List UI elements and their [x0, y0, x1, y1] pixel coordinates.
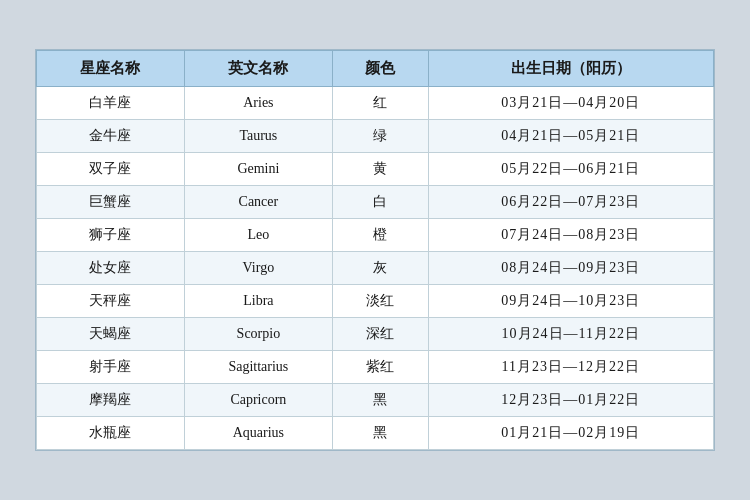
header-date: 出生日期（阳历）: [428, 51, 713, 87]
header-color: 颜色: [332, 51, 428, 87]
cell-english-name: Sagittarius: [184, 351, 332, 384]
cell-english-name: Aquarius: [184, 417, 332, 450]
cell-english-name: Scorpio: [184, 318, 332, 351]
table-row: 处女座Virgo灰08月24日—09月23日: [37, 252, 714, 285]
cell-chinese-name: 白羊座: [37, 87, 185, 120]
cell-color: 紫红: [332, 351, 428, 384]
cell-date: 11月23日—12月22日: [428, 351, 713, 384]
cell-english-name: Gemini: [184, 153, 332, 186]
table-row: 巨蟹座Cancer白06月22日—07月23日: [37, 186, 714, 219]
cell-date: 12月23日—01月22日: [428, 384, 713, 417]
table-row: 水瓶座Aquarius黑01月21日—02月19日: [37, 417, 714, 450]
table-row: 射手座Sagittarius紫红11月23日—12月22日: [37, 351, 714, 384]
cell-english-name: Libra: [184, 285, 332, 318]
cell-color: 黄: [332, 153, 428, 186]
table-row: 天秤座Libra淡红09月24日—10月23日: [37, 285, 714, 318]
cell-date: 05月22日—06月21日: [428, 153, 713, 186]
cell-chinese-name: 狮子座: [37, 219, 185, 252]
cell-color: 淡红: [332, 285, 428, 318]
cell-color: 黑: [332, 384, 428, 417]
cell-date: 07月24日—08月23日: [428, 219, 713, 252]
cell-chinese-name: 巨蟹座: [37, 186, 185, 219]
cell-color: 橙: [332, 219, 428, 252]
table-row: 白羊座Aries红03月21日—04月20日: [37, 87, 714, 120]
cell-chinese-name: 处女座: [37, 252, 185, 285]
cell-date: 10月24日—11月22日: [428, 318, 713, 351]
cell-english-name: Cancer: [184, 186, 332, 219]
table-row: 双子座Gemini黄05月22日—06月21日: [37, 153, 714, 186]
cell-date: 04月21日—05月21日: [428, 120, 713, 153]
cell-date: 08月24日—09月23日: [428, 252, 713, 285]
cell-english-name: Virgo: [184, 252, 332, 285]
cell-chinese-name: 水瓶座: [37, 417, 185, 450]
cell-date: 03月21日—04月20日: [428, 87, 713, 120]
cell-chinese-name: 射手座: [37, 351, 185, 384]
cell-chinese-name: 双子座: [37, 153, 185, 186]
table-header-row: 星座名称 英文名称 颜色 出生日期（阳历）: [37, 51, 714, 87]
table-row: 摩羯座Capricorn黑12月23日—01月22日: [37, 384, 714, 417]
zodiac-table-container: 星座名称 英文名称 颜色 出生日期（阳历） 白羊座Aries红03月21日—04…: [35, 49, 715, 451]
cell-date: 01月21日—02月19日: [428, 417, 713, 450]
cell-english-name: Taurus: [184, 120, 332, 153]
header-chinese-name: 星座名称: [37, 51, 185, 87]
cell-english-name: Capricorn: [184, 384, 332, 417]
cell-color: 绿: [332, 120, 428, 153]
cell-color: 红: [332, 87, 428, 120]
cell-color: 黑: [332, 417, 428, 450]
cell-chinese-name: 金牛座: [37, 120, 185, 153]
table-row: 金牛座Taurus绿04月21日—05月21日: [37, 120, 714, 153]
cell-chinese-name: 天蝎座: [37, 318, 185, 351]
table-body: 白羊座Aries红03月21日—04月20日金牛座Taurus绿04月21日—0…: [37, 87, 714, 450]
cell-color: 深红: [332, 318, 428, 351]
cell-date: 06月22日—07月23日: [428, 186, 713, 219]
table-row: 狮子座Leo橙07月24日—08月23日: [37, 219, 714, 252]
cell-date: 09月24日—10月23日: [428, 285, 713, 318]
header-english-name: 英文名称: [184, 51, 332, 87]
cell-english-name: Aries: [184, 87, 332, 120]
zodiac-table: 星座名称 英文名称 颜色 出生日期（阳历） 白羊座Aries红03月21日—04…: [36, 50, 714, 450]
cell-english-name: Leo: [184, 219, 332, 252]
cell-chinese-name: 天秤座: [37, 285, 185, 318]
cell-color: 灰: [332, 252, 428, 285]
cell-color: 白: [332, 186, 428, 219]
cell-chinese-name: 摩羯座: [37, 384, 185, 417]
table-row: 天蝎座Scorpio深红10月24日—11月22日: [37, 318, 714, 351]
